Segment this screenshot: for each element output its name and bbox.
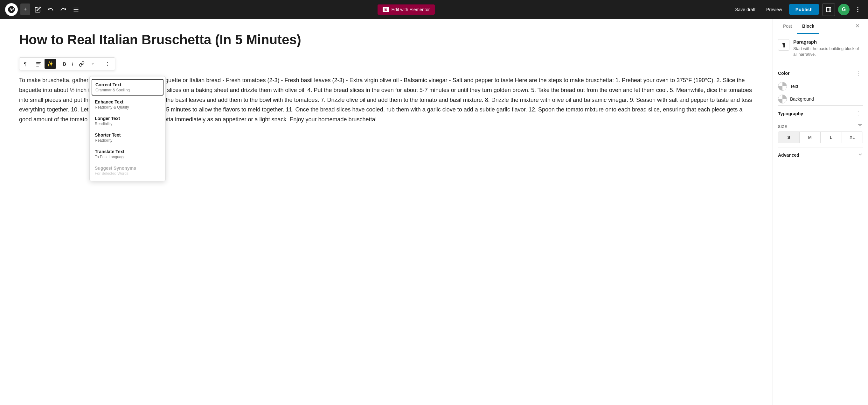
svg-point-14 (107, 64, 108, 64)
sidebar-content: ¶ Paragraph Start with the basic buildin… (773, 34, 868, 405)
sidebar-close-button[interactable] (852, 20, 863, 33)
suggest-synonyms-subtitle: For Selected Words (95, 171, 160, 176)
tab-block[interactable]: Block (797, 19, 819, 34)
editor-area: How to Real Italian Bruschetta (In 5 Min… (0, 19, 773, 405)
elementor-badge: E (383, 7, 389, 12)
svg-rect-4 (826, 7, 831, 12)
typography-section: Typography ⋮ SIZE S M L XL (778, 106, 863, 143)
typography-section-title: Typography (778, 111, 803, 116)
size-label: SIZE (778, 124, 787, 129)
post-title[interactable]: How to Real Italian Bruschetta (In 5 Min… (19, 32, 753, 48)
svg-point-13 (107, 62, 108, 63)
svg-point-15 (107, 65, 108, 66)
background-color-circle[interactable] (778, 94, 787, 104)
ai-menu-item-translate-text[interactable]: Translate Text To Post Language (90, 146, 165, 163)
size-button-s[interactable]: S (778, 132, 800, 143)
svg-rect-10 (36, 63, 40, 64)
svg-point-6 (858, 9, 858, 10)
right-sidebar: Post Block ¶ Paragraph Start with the ba… (773, 19, 868, 405)
ai-menu-item-suggest-synonyms: Suggest Synonyms For Selected Words (90, 163, 165, 179)
ai-sparkle-button[interactable]: ✨ (44, 59, 56, 69)
block-info-text: Paragraph Start with the basic building … (793, 39, 863, 57)
advanced-title: Advanced (778, 152, 799, 157)
pencil-icon-button[interactable] (33, 4, 43, 15)
tools-menu-button[interactable] (71, 4, 81, 15)
svg-point-7 (858, 7, 858, 8)
block-toolbar: ¶ ✨ B I (19, 57, 115, 70)
paragraph-type-button[interactable]: ¶ (21, 59, 29, 68)
bold-button[interactable]: B (60, 59, 69, 68)
background-color-label: Background (790, 96, 814, 102)
add-block-button[interactable]: + (20, 3, 30, 15)
size-buttons-group: S M L XL (778, 132, 863, 143)
sidebar-tabs: Post Block (773, 19, 868, 34)
svg-rect-11 (36, 65, 41, 65)
more-options-dropdown-button[interactable] (88, 60, 98, 68)
size-button-xl[interactable]: XL (842, 132, 863, 143)
advanced-section-header[interactable]: Advanced (778, 147, 863, 163)
block-name: Paragraph (793, 39, 863, 45)
elementor-label: Edit with Elementor (392, 7, 430, 12)
toolbar-divider-2 (58, 60, 58, 68)
redo-button[interactable] (58, 4, 68, 15)
user-avatar[interactable]: G (838, 4, 849, 15)
text-align-button[interactable] (33, 59, 44, 69)
toolbar-divider-1 (31, 60, 31, 68)
topbar: + E Edit with Elementor Save draft Previ… (0, 0, 868, 19)
ai-menu-item-longer-text[interactable]: Longer Text Readibility (90, 113, 165, 129)
text-color-label: Text (790, 84, 798, 89)
size-filter-button[interactable] (857, 123, 863, 130)
topbar-right: Save draft Preview Publish G (731, 3, 863, 16)
main-layout: How to Real Italian Bruschetta (In 5 Min… (0, 19, 868, 405)
ai-dropdown-menu: Correct Text Grammar & Spelling Enhance … (89, 76, 166, 181)
block-options-button[interactable] (102, 59, 113, 69)
typography-section-options-button[interactable]: ⋮ (854, 110, 863, 118)
correct-text-title: Correct Text (95, 82, 160, 87)
ai-menu-item-correct-text[interactable]: Correct Text Grammar & Spelling (92, 79, 163, 95)
color-section: Color ⋮ Text Background (778, 65, 863, 106)
size-button-m[interactable]: M (800, 132, 821, 143)
wordpress-logo (5, 3, 18, 16)
svg-rect-9 (36, 62, 41, 63)
italic-icon: I (72, 61, 73, 66)
undo-button[interactable] (45, 4, 56, 15)
block-description: Start with the basic building block of a… (793, 46, 863, 57)
topbar-left: + (5, 3, 81, 16)
topbar-center: E Edit with Elementor (377, 4, 435, 15)
paragraph-icon: ¶ (24, 61, 26, 66)
text-color-circle[interactable] (778, 82, 787, 91)
typography-section-header: Typography ⋮ (778, 106, 863, 120)
shorter-text-title: Shorter Text (95, 133, 160, 138)
paragraph-block-icon: ¶ (778, 39, 789, 51)
ai-menu-item-shorter-text[interactable]: Shorter Text Readibility (90, 129, 165, 146)
correct-text-subtitle: Grammar & Spelling (95, 88, 160, 92)
preview-button[interactable]: Preview (763, 4, 786, 15)
tab-post[interactable]: Post (778, 19, 797, 34)
panel-toggle-button[interactable] (822, 3, 835, 16)
link-button[interactable] (76, 59, 87, 69)
longer-text-title: Longer Text (95, 116, 160, 121)
enhance-text-subtitle: Readibility & Quality (95, 105, 160, 110)
color-section-header: Color ⋮ (778, 65, 863, 80)
longer-text-subtitle: Readibility (95, 122, 160, 126)
advanced-section: Advanced (778, 147, 863, 163)
toolbar-divider-3 (100, 60, 100, 68)
edit-with-elementor-button[interactable]: E Edit with Elementor (377, 4, 435, 15)
translate-text-subtitle: To Post Language (95, 155, 160, 159)
publish-button[interactable]: Publish (789, 4, 819, 15)
shorter-text-subtitle: Readibility (95, 138, 160, 143)
sparkle-icon: ✨ (47, 61, 54, 67)
size-row: SIZE (778, 120, 863, 132)
save-draft-button[interactable]: Save draft (731, 4, 759, 15)
ai-menu-item-enhance-text[interactable]: Enhance Text Readibility & Quality (90, 96, 165, 113)
settings-menu-button[interactable] (853, 4, 863, 15)
color-section-title: Color (778, 71, 790, 76)
background-color-row[interactable]: Background (778, 93, 863, 106)
text-color-row[interactable]: Text (778, 80, 863, 93)
italic-button[interactable]: I (69, 59, 76, 68)
translate-text-title: Translate Text (95, 149, 160, 154)
svg-rect-12 (36, 66, 39, 66)
color-section-options-button[interactable]: ⋮ (854, 69, 863, 77)
suggest-synonyms-title: Suggest Synonyms (95, 166, 160, 171)
size-button-l[interactable]: L (820, 132, 842, 143)
